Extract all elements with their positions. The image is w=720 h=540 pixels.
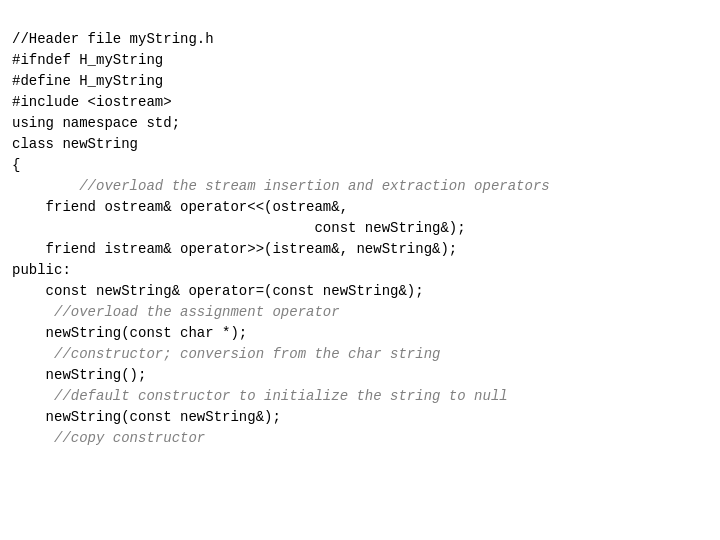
code-line: //overload the stream insertion and extr…	[12, 176, 708, 197]
code-line: public:	[12, 260, 708, 281]
code-line: //default constructor to initialize the …	[12, 386, 708, 407]
code-line: friend ostream& operator<<(ostream&,	[12, 197, 708, 218]
code-line: newString();	[12, 365, 708, 386]
code-line: class newString	[12, 134, 708, 155]
code-line: newString(const char *);	[12, 323, 708, 344]
code-line: //Header file myString.h	[12, 29, 708, 50]
code-line: using namespace std;	[12, 113, 708, 134]
code-line: //constructor; conversion from the char …	[12, 344, 708, 365]
code-line: //copy constructor	[12, 428, 708, 449]
code-line: #define H_myString	[12, 71, 708, 92]
code-line: const newString&);	[12, 218, 708, 239]
code-line: //overload the assignment operator	[12, 302, 708, 323]
code-line: friend istream& operator>>(istream&, new…	[12, 239, 708, 260]
code-line: {	[12, 155, 708, 176]
code-line: #include <iostream>	[12, 92, 708, 113]
code-line: #ifndef H_myString	[12, 50, 708, 71]
code-line: const newString& operator=(const newStri…	[12, 281, 708, 302]
code-line: newString(const newString&);	[12, 407, 708, 428]
code-editor: //Header file myString.h#ifndef H_myStri…	[0, 0, 720, 540]
